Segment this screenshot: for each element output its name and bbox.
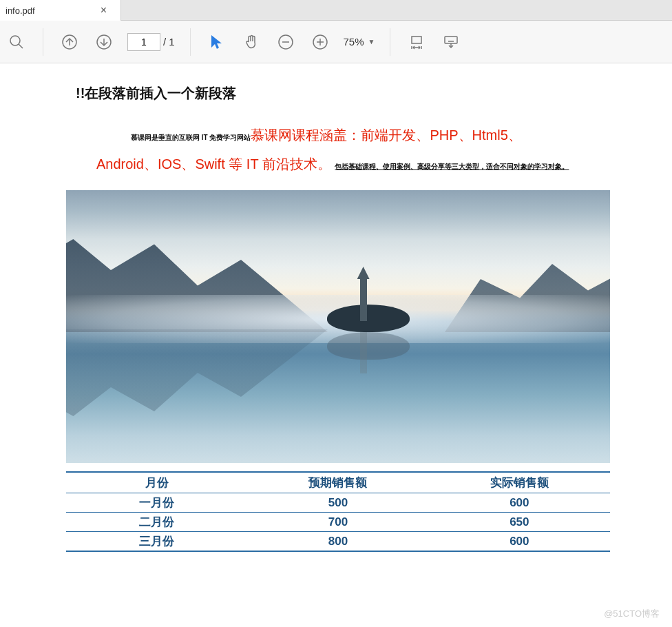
- cell-month: 二月份: [66, 513, 247, 532]
- cell-month: 三月份: [66, 532, 247, 552]
- table-row: 二月份 700 650: [66, 513, 610, 532]
- page-input[interactable]: [127, 33, 160, 51]
- cell-expected: 700: [247, 513, 428, 532]
- landscape-image: [66, 190, 610, 463]
- page-down-icon[interactable]: [93, 31, 115, 53]
- fit-width-icon[interactable]: [406, 31, 428, 53]
- svg-point-0: [10, 36, 20, 45]
- svg-line-1: [19, 44, 23, 48]
- prefix-text: 慕课网是垂直的互联网 IT 免费学习网站: [131, 134, 251, 141]
- document-view: !!在段落前插入一个新段落 慕课网是垂直的互联网 IT 免费学习网站慕课网课程涵…: [0, 63, 672, 552]
- tab-bar: info.pdf ×: [0, 0, 672, 21]
- page-indicator: / 1: [127, 33, 175, 51]
- paragraph-line-2: Android、IOS、Swift 等 IT 前沿技术。 包括基础课程、使用案例…: [96, 155, 631, 174]
- keyboard-icon[interactable]: [440, 31, 462, 53]
- zoom-dropdown[interactable]: 75% ▼: [344, 36, 375, 48]
- suffix-text: 包括基础课程、使用案例、高级分享等三大类型，适合不同对象的学习对象。: [335, 163, 569, 170]
- island-reflection: [327, 332, 410, 360]
- table-header-row: 月份 预期销售额 实际销售额: [66, 472, 610, 493]
- red-text-1: 慕课网课程涵盖：前端开发、PHP、Html5、: [251, 127, 521, 143]
- sales-table: 月份 预期销售额 实际销售额 一月份 500 600 二月份 700 650 三…: [66, 471, 610, 552]
- red-text-2: Android、IOS、Swift 等 IT 前沿技术。: [96, 156, 331, 172]
- page-total: 1: [169, 36, 174, 48]
- island: [327, 305, 410, 332]
- page-sep: /: [163, 36, 166, 48]
- tab-title: info.pdf: [6, 6, 35, 16]
- church-tower: [360, 276, 367, 321]
- select-tool-icon[interactable]: [206, 31, 228, 53]
- page-heading: !!在段落前插入一个新段落: [76, 84, 631, 103]
- cell-expected: 800: [247, 532, 428, 552]
- zoom-out-icon[interactable]: [275, 31, 297, 53]
- col-header-expected: 预期销售额: [247, 472, 428, 493]
- table-row: 三月份 800 600: [66, 532, 610, 552]
- mountain-reflection: [66, 329, 328, 426]
- watermark: @51CTO博客: [604, 608, 660, 620]
- tab-info-pdf[interactable]: info.pdf ×: [0, 0, 121, 21]
- zoom-value: 75%: [344, 36, 364, 48]
- svg-rect-13: [445, 37, 457, 43]
- paragraph-line-1: 慕课网是垂直的互联网 IT 免费学习网站慕课网课程涵盖：前端开发、PHP、Htm…: [131, 122, 631, 148]
- cell-expected: 500: [247, 493, 428, 513]
- cell-actual: 600: [429, 493, 610, 513]
- cell-month: 一月份: [66, 493, 247, 513]
- hand-tool-icon[interactable]: [240, 31, 262, 53]
- cell-actual: 600: [429, 532, 610, 552]
- close-icon[interactable]: ×: [101, 4, 107, 17]
- page-up-icon[interactable]: [59, 31, 81, 53]
- separator: [43, 28, 43, 56]
- pdf-toolbar: / 1 75% ▼: [0, 21, 672, 63]
- col-header-actual: 实际销售额: [429, 472, 610, 493]
- find-icon[interactable]: [6, 31, 28, 53]
- svg-rect-11: [412, 37, 421, 43]
- chevron-down-icon: ▼: [368, 38, 375, 45]
- tower-reflection: [360, 332, 367, 373]
- cell-actual: 650: [429, 513, 610, 532]
- separator: [390, 28, 390, 56]
- col-header-month: 月份: [66, 472, 247, 493]
- table-row: 一月份 500 600: [66, 493, 610, 513]
- separator: [190, 28, 191, 56]
- zoom-in-icon[interactable]: [309, 31, 331, 53]
